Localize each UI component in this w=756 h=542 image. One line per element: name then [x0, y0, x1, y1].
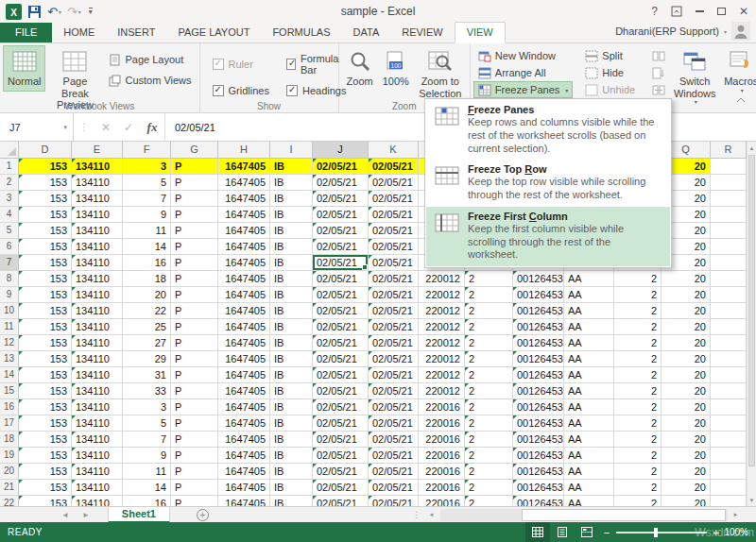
cell-E5[interactable]: 134110 [72, 223, 123, 239]
cell-D3[interactable]: 153 [19, 191, 72, 207]
cell-L18[interactable]: 220016 [419, 432, 465, 448]
cell-G11[interactable]: P [171, 319, 218, 335]
cell-H8[interactable]: 1647405 [218, 271, 270, 287]
cell-J1[interactable]: 02/05/21 [313, 159, 369, 175]
cell-L20[interactable]: 220016 [419, 464, 465, 480]
cell-G22[interactable]: P [171, 496, 218, 506]
cell-K11[interactable]: 02/05/21 [369, 319, 419, 335]
cell-P15[interactable]: 2 [614, 383, 662, 399]
cell-E16[interactable]: 134110 [72, 399, 123, 415]
cell-L14[interactable]: 220012 [419, 367, 465, 383]
cell-G18[interactable]: P [171, 432, 218, 448]
cell-R20[interactable] [711, 464, 747, 480]
cell-I2[interactable]: IB [270, 175, 313, 191]
cell-G17[interactable]: P [171, 415, 218, 432]
cell-K16[interactable]: 02/05/21 [369, 399, 419, 415]
cell-K1[interactable]: 02/05/21 [369, 159, 419, 175]
cell-H22[interactable]: 1647405 [218, 496, 270, 506]
cell-E21[interactable]: 134110 [72, 480, 123, 496]
cell-R4[interactable] [711, 207, 747, 223]
insert-function-button[interactable]: fx [140, 120, 164, 135]
row-header-5[interactable]: 5 [0, 223, 19, 239]
cell-L13[interactable]: 220012 [419, 351, 465, 367]
cell-Q9[interactable]: 20 [662, 287, 711, 303]
cell-K21[interactable]: 02/05/21 [369, 480, 419, 496]
cell-R8[interactable] [711, 271, 747, 287]
cell-L21[interactable]: 220016 [419, 480, 465, 496]
cell-M19[interactable]: 2 [465, 448, 513, 464]
maximize-button[interactable] [717, 8, 726, 15]
cell-F20[interactable]: 11 [123, 464, 171, 480]
sheet-tab-sheet1[interactable]: Sheet1 [108, 507, 170, 523]
cell-M22[interactable]: 2 [465, 496, 513, 506]
cell-E19[interactable]: 134110 [72, 448, 123, 464]
cell-J18[interactable]: 02/05/21 [313, 432, 369, 448]
column-header-R[interactable]: R [711, 142, 747, 159]
cell-J13[interactable]: 02/05/21 [313, 351, 369, 367]
row-header-22[interactable]: 22 [0, 496, 19, 506]
formula-bar-splitter[interactable]: ⋮ [74, 122, 94, 132]
cell-O22[interactable]: AA [564, 496, 614, 506]
cell-J20[interactable]: 02/05/21 [313, 464, 369, 480]
cell-J8[interactable]: 02/05/21 [313, 271, 369, 287]
select-all-corner[interactable] [0, 142, 19, 159]
cell-O21[interactable]: AA [564, 480, 614, 496]
cell-M9[interactable]: 2 [465, 287, 513, 303]
cell-R6[interactable] [711, 239, 747, 255]
cell-E15[interactable]: 134110 [72, 383, 123, 399]
cell-L9[interactable]: 220012 [419, 287, 465, 303]
cell-L19[interactable]: 220016 [419, 448, 465, 464]
cell-M16[interactable]: 2 [465, 399, 513, 415]
cell-K14[interactable]: 02/05/21 [369, 367, 419, 383]
cell-K8[interactable]: 02/05/21 [369, 271, 419, 287]
macros-button[interactable]: Macros ▾ [719, 45, 756, 98]
cell-L16[interactable]: 220016 [419, 399, 465, 415]
cell-H9[interactable]: 1647405 [218, 287, 270, 303]
cell-G5[interactable]: P [171, 223, 218, 239]
gridlines-checkbox[interactable]: Gridlines [213, 85, 269, 96]
cell-L22[interactable]: 220016 [419, 496, 465, 506]
cell-D15[interactable]: 153 [19, 383, 72, 399]
view-side-by-side-button[interactable] [647, 47, 670, 64]
cell-M10[interactable]: 2 [465, 303, 513, 319]
cell-R7[interactable] [711, 255, 747, 271]
cell-O13[interactable]: AA [564, 351, 614, 367]
cell-O11[interactable]: AA [564, 319, 614, 335]
cell-E22[interactable]: 134110 [72, 496, 123, 506]
cell-N12[interactable]: 00126453 [513, 335, 564, 351]
tab-file[interactable]: FILE [0, 23, 52, 42]
cell-F14[interactable]: 31 [123, 367, 171, 383]
cell-R2[interactable] [711, 175, 747, 191]
cell-Q8[interactable]: 20 [662, 271, 711, 287]
cell-I17[interactable]: IB [270, 415, 313, 432]
cell-E7[interactable]: 134110 [72, 255, 123, 271]
cell-K22[interactable]: 02/05/21 [369, 496, 419, 506]
cell-P8[interactable]: 2 [614, 271, 662, 287]
cell-L17[interactable]: 220016 [419, 415, 465, 432]
cell-I14[interactable]: IB [270, 367, 313, 383]
cell-N17[interactable]: 00126453 [513, 415, 564, 432]
cell-O20[interactable]: AA [564, 464, 614, 480]
cell-Q12[interactable]: 20 [662, 335, 711, 351]
cell-R1[interactable] [711, 159, 747, 175]
cell-N20[interactable]: 00126453 [513, 464, 564, 480]
cell-R11[interactable] [711, 319, 747, 335]
cell-F7[interactable]: 16 [123, 255, 171, 271]
cell-G19[interactable]: P [171, 448, 218, 464]
cell-Q17[interactable]: 20 [662, 415, 711, 432]
cell-H2[interactable]: 1647405 [218, 175, 270, 191]
cell-I15[interactable]: IB [270, 383, 313, 399]
ruler-checkbox[interactable]: Ruler [213, 53, 269, 76]
cell-N22[interactable]: 00126453 [513, 496, 564, 506]
cell-Q18[interactable]: 20 [662, 432, 711, 448]
new-window-button[interactable]: New Window [473, 47, 574, 64]
cell-F22[interactable]: 16 [123, 496, 171, 506]
cell-D9[interactable]: 153 [19, 287, 72, 303]
cell-I18[interactable]: IB [270, 432, 313, 448]
cell-D1[interactable]: 153 [19, 159, 72, 175]
cell-G6[interactable]: P [171, 239, 218, 255]
cell-E17[interactable]: 134110 [72, 415, 123, 432]
cell-F13[interactable]: 29 [123, 351, 171, 367]
cell-E18[interactable]: 134110 [72, 432, 123, 448]
cell-H7[interactable]: 1647405 [218, 255, 270, 271]
